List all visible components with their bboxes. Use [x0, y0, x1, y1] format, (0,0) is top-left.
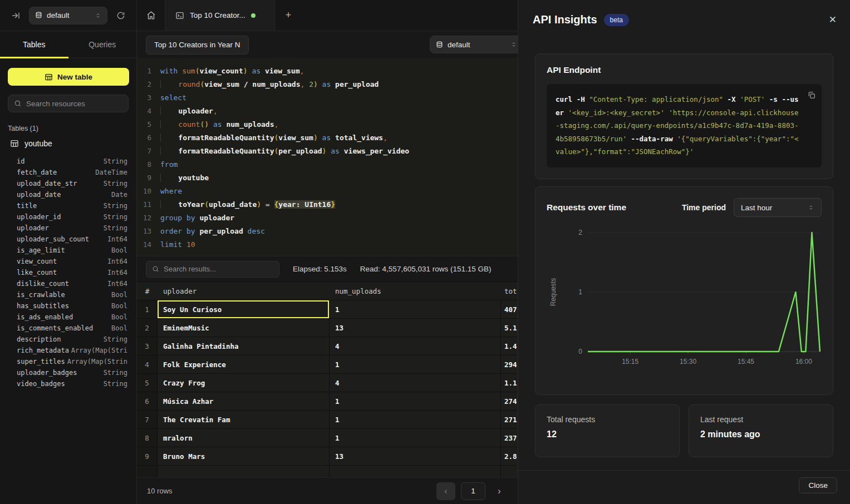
table-row[interactable]: 4Folk Experience1294: [137, 355, 566, 374]
cell-uploader[interactable]: Soy Un Curioso: [158, 300, 330, 318]
cell-row-number[interactable]: 6: [137, 392, 158, 410]
cell-row-number[interactable]: 8: [137, 429, 158, 447]
new-table-button[interactable]: New table: [8, 68, 129, 86]
sidebar-tabs: Tables Queries: [0, 31, 136, 58]
query-name-button[interactable]: Top 10 Creators in Year N: [146, 36, 249, 55]
column-type: Int64: [107, 278, 127, 289]
cell-num-uploads[interactable]: 1: [330, 355, 501, 373]
cell-uploader[interactable]: [158, 466, 330, 477]
cell-row-number[interactable]: 9: [137, 447, 158, 465]
search-results[interactable]: [146, 261, 279, 278]
cell-row-number[interactable]: 3: [137, 337, 158, 355]
column-name: fetch_date: [17, 167, 57, 178]
cell-uploader[interactable]: Música Azhar: [158, 392, 330, 410]
line-number: 7: [137, 145, 160, 158]
cell-row-number[interactable]: 2: [137, 319, 158, 337]
next-page-button[interactable]: ›: [491, 482, 508, 500]
cell-row-number[interactable]: 7: [137, 411, 158, 428]
search-resources-input[interactable]: [26, 100, 122, 108]
database-selector[interactable]: default: [29, 7, 107, 24]
table-row[interactable]: 3Galinha Pintadinha41.4: [137, 337, 566, 355]
cell-uploader[interactable]: Crazy Frog: [158, 374, 330, 392]
sql-editor[interactable]: 1with sum(view_count) as view_sum,2 roun…: [137, 59, 566, 256]
last-request-card: Last request 2 minutes ago: [689, 404, 833, 457]
code-line: 10where: [137, 185, 566, 198]
new-tab-button[interactable]: +: [275, 0, 302, 31]
column-list: idStringfetch_dateDateTimeupload_date_st…: [17, 156, 127, 389]
col-header-num-uploads[interactable]: num_uploads: [330, 287, 501, 295]
cell-num-uploads[interactable]: 1: [330, 411, 501, 428]
cell-num-uploads[interactable]: 1: [330, 392, 501, 410]
prev-page-button[interactable]: ‹: [436, 482, 455, 500]
clickhouse-console: default Top 10 Creator... +: [0, 0, 850, 504]
svg-text:0: 0: [578, 348, 582, 355]
chevron-updown-icon: [510, 41, 517, 48]
cell-num-uploads[interactable]: 13: [330, 319, 501, 337]
tab-top-10-creators[interactable]: Top 10 Creator...: [165, 0, 275, 31]
page-number[interactable]: 1: [461, 482, 485, 500]
column-name: like_count: [17, 267, 57, 278]
cell-row-number[interactable]: 1: [137, 300, 158, 318]
api-endpoint-card: API Endpoint curl -H "Content-Type: appl…: [535, 53, 833, 179]
column-name: upload_date_str: [17, 178, 77, 189]
sidebar-item-youtube[interactable]: youtube: [8, 138, 129, 149]
new-table-label: New table: [57, 73, 92, 81]
cell-uploader[interactable]: Bruno Mars: [158, 447, 330, 465]
time-period-label: Time period: [682, 203, 726, 212]
cell-uploader[interactable]: mralorn: [158, 429, 330, 447]
search-results-input[interactable]: [164, 265, 273, 273]
cell-num-uploads[interactable]: 1: [330, 429, 501, 447]
copy-icon[interactable]: [807, 91, 816, 100]
table-row[interactable]: 8mralorn1237: [137, 429, 566, 447]
svg-text:15:30: 15:30: [680, 358, 696, 365]
table-row[interactable]: 7The Crevatin Fam1271: [137, 411, 566, 429]
col-header-uploader[interactable]: uploader: [158, 287, 330, 295]
tab-queries[interactable]: Queries: [68, 31, 137, 58]
tab-tables[interactable]: Tables: [0, 31, 68, 58]
cell-uploader[interactable]: EminemMusic: [158, 319, 330, 337]
cell-row-number[interactable]: [137, 466, 158, 477]
table-row[interactable]: 9Bruno Mars132.8: [137, 447, 566, 466]
cell-num-uploads[interactable]: [330, 466, 501, 477]
query-database-selector[interactable]: default: [430, 36, 523, 53]
cell-uploader[interactable]: The Crevatin Fam: [158, 411, 330, 428]
table-row[interactable]: 5Crazy Frog41.1: [137, 374, 566, 392]
code-line: 14limit 10: [137, 238, 566, 251]
column-name: description: [17, 334, 61, 345]
column-name: uploader_badges: [17, 367, 77, 378]
column-type: DateTime: [95, 167, 127, 178]
search-resources[interactable]: [8, 95, 129, 112]
cell-uploader[interactable]: Galinha Pintadinha: [158, 337, 330, 355]
cell-row-number[interactable]: 4: [137, 355, 158, 373]
collapse-sidebar-icon[interactable]: [8, 8, 23, 23]
schema-column-row: upload_dateDate: [17, 189, 127, 200]
cell-num-uploads[interactable]: 1: [330, 300, 501, 318]
col-header-num[interactable]: #: [137, 287, 158, 295]
close-button[interactable]: Close: [799, 477, 837, 493]
schema-column-row: has_subtitlesBool: [17, 300, 127, 312]
column-type: Bool: [111, 323, 127, 334]
line-number: 12: [137, 211, 160, 225]
table-row[interactable]: 2EminemMusic135.1: [137, 319, 566, 337]
code-line: 4 uploader,: [137, 105, 566, 118]
home-button[interactable]: [137, 0, 165, 31]
results-table-header: # uploader num_uploads tot: [137, 281, 566, 300]
time-period-select[interactable]: Last hour: [734, 198, 822, 217]
close-icon[interactable]: ✕: [829, 14, 837, 26]
table-row[interactable]: 1Soy Un Curioso1407: [137, 300, 566, 319]
code-line: 7 formatReadableQuantity(per_upload) as …: [137, 145, 566, 158]
cell-uploader[interactable]: Folk Experience: [158, 355, 330, 373]
search-icon: [152, 265, 159, 273]
table-row[interactable]: 6Música Azhar1274: [137, 392, 566, 411]
schema-column-row: view_countInt64: [17, 256, 127, 267]
tab-label: Top 10 Creator...: [190, 11, 245, 19]
refresh-icon[interactable]: [113, 8, 129, 23]
column-type: String: [104, 211, 127, 223]
cell-num-uploads[interactable]: 13: [330, 447, 501, 465]
table-row[interactable]: [137, 466, 566, 477]
cell-num-uploads[interactable]: 4: [330, 374, 501, 392]
cell-num-uploads[interactable]: 4: [330, 337, 501, 355]
api-insights-panel: API Insights beta ✕ API Endpoint curl -H…: [518, 0, 850, 504]
cell-row-number[interactable]: 5: [137, 374, 158, 392]
column-name: has_subtitles: [17, 300, 69, 312]
